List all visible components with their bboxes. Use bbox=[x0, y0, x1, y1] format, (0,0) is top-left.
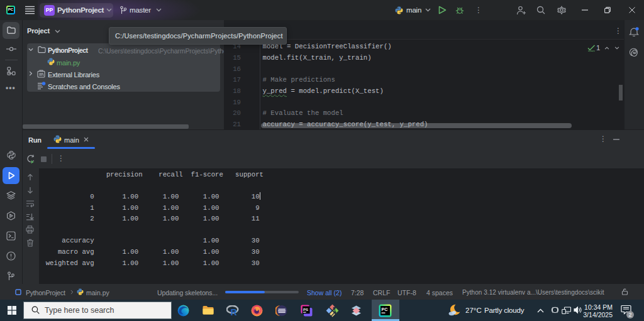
svg-text:R: R bbox=[231, 307, 237, 316]
svg-text:PS: PS bbox=[303, 308, 308, 312]
svg-text:PC: PC bbox=[382, 307, 388, 312]
